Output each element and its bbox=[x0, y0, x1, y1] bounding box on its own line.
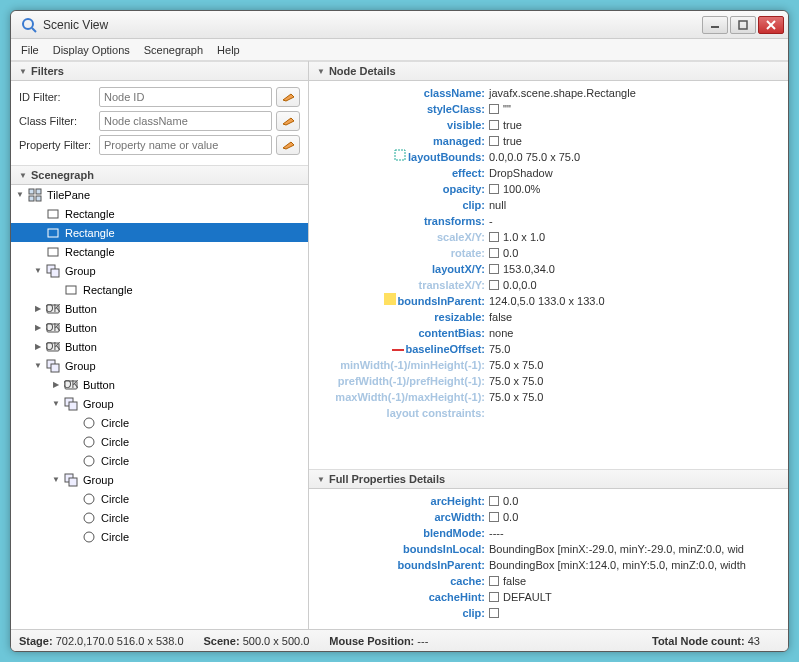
property-value bbox=[489, 608, 503, 618]
tree-node-circle[interactable]: Circle bbox=[11, 413, 308, 432]
menu-display-options[interactable]: Display Options bbox=[53, 44, 130, 56]
tree-node-label: Rectangle bbox=[83, 284, 133, 296]
tree-node-group[interactable]: ▼Group bbox=[11, 394, 308, 413]
property-row: scaleX/Y:1.0 x 1.0 bbox=[319, 229, 778, 245]
property-key: boundsInParent: bbox=[319, 557, 489, 573]
ok-icon: OK bbox=[46, 302, 60, 316]
mouse-label: Mouse Position: bbox=[329, 635, 414, 647]
disclosure-arrow-icon[interactable]: ▼ bbox=[51, 399, 61, 408]
property-filter-label: Property Filter: bbox=[19, 139, 99, 151]
disclosure-arrow-icon[interactable]: ▶ bbox=[33, 323, 43, 332]
scenegraph-header[interactable]: Scenegraph bbox=[11, 165, 308, 185]
tree-node-rectangle[interactable]: Rectangle bbox=[11, 204, 308, 223]
full-properties-panel: arcHeight:0.0arcWidth:0.0blendMode:----b… bbox=[309, 489, 788, 629]
tree-node-circle[interactable]: Circle bbox=[11, 508, 308, 527]
property-key: clip: bbox=[319, 197, 489, 213]
tree-node-circle[interactable]: Circle bbox=[11, 527, 308, 546]
css-swatch-icon bbox=[489, 104, 499, 114]
property-key: prefWidth(-1)/prefHeight(-1): bbox=[319, 373, 489, 389]
ok-icon: OK bbox=[46, 340, 60, 354]
minimize-button[interactable] bbox=[702, 16, 728, 34]
disclosure-arrow-icon[interactable]: ▼ bbox=[33, 266, 43, 275]
property-key: scaleX/Y: bbox=[319, 229, 489, 245]
property-key: rotate: bbox=[319, 245, 489, 261]
property-key: transforms: bbox=[319, 213, 489, 229]
tree-node-group[interactable]: ▼Group bbox=[11, 470, 308, 489]
tree-node-label: Button bbox=[65, 303, 97, 315]
property-row: maxWidth(-1)/maxHeight(-1):75.0 x 75.0 bbox=[319, 389, 778, 405]
id-filter-label: ID Filter: bbox=[19, 91, 99, 103]
menu-help[interactable]: Help bbox=[217, 44, 240, 56]
disclosure-arrow-icon[interactable]: ▼ bbox=[51, 475, 61, 484]
disclosure-arrow-icon[interactable]: ▼ bbox=[33, 361, 43, 370]
tree-node-button[interactable]: ▶OKButton bbox=[11, 375, 308, 394]
property-key: cacheHint: bbox=[319, 589, 489, 605]
tree-node-label: Circle bbox=[101, 417, 129, 429]
tree-node-tilepane[interactable]: ▼TilePane bbox=[11, 185, 308, 204]
property-filter-clear-button[interactable] bbox=[276, 135, 300, 155]
tile-icon bbox=[28, 188, 42, 202]
id-filter-clear-button[interactable] bbox=[276, 87, 300, 107]
css-swatch-icon bbox=[489, 512, 499, 522]
property-value: 75.0 x 75.0 bbox=[489, 373, 543, 389]
tree-node-button[interactable]: ▶OKButton bbox=[11, 337, 308, 356]
css-swatch-icon bbox=[489, 136, 499, 146]
filters-header[interactable]: Filters bbox=[11, 61, 308, 81]
full-properties-header[interactable]: Full Properties Details bbox=[309, 469, 788, 489]
red-line-icon bbox=[392, 347, 406, 353]
property-key: cache: bbox=[319, 573, 489, 589]
property-value: 0.0 bbox=[489, 245, 518, 261]
disclosure-arrow-icon[interactable]: ▶ bbox=[33, 342, 43, 351]
property-key: blendMode: bbox=[319, 525, 489, 541]
class-filter-clear-button[interactable] bbox=[276, 111, 300, 131]
ok-icon: OK bbox=[64, 378, 78, 392]
titlebar[interactable]: Scenic View bbox=[11, 11, 788, 39]
property-filter-input[interactable] bbox=[99, 135, 272, 155]
tree-node-circle[interactable]: Circle bbox=[11, 451, 308, 470]
disclosure-arrow-icon[interactable]: ▼ bbox=[15, 190, 25, 199]
property-value: BoundingBox [minX:-29.0, minY:-29.0, min… bbox=[489, 541, 744, 557]
property-row: boundsInParent:124.0,5.0 133.0 x 133.0 bbox=[319, 293, 778, 309]
stage-label: Stage: bbox=[19, 635, 53, 647]
property-row: layoutX/Y:153.0,34.0 bbox=[319, 261, 778, 277]
tree-node-rectangle[interactable]: Rectangle bbox=[11, 242, 308, 261]
tree-node-button[interactable]: ▶OKButton bbox=[11, 299, 308, 318]
svg-rect-37 bbox=[384, 293, 396, 305]
close-button[interactable] bbox=[758, 16, 784, 34]
tree-node-rectangle[interactable]: Rectangle bbox=[11, 223, 308, 242]
maximize-button[interactable] bbox=[730, 16, 756, 34]
svg-rect-11 bbox=[48, 229, 58, 237]
disclosure-arrow-icon[interactable]: ▶ bbox=[33, 304, 43, 313]
tree-node-rectangle[interactable]: Rectangle bbox=[11, 280, 308, 299]
property-row: clip:null bbox=[319, 197, 778, 213]
property-row: cache:false bbox=[319, 573, 778, 589]
property-value: 124.0,5.0 133.0 x 133.0 bbox=[489, 293, 605, 309]
node-details-header[interactable]: Node Details bbox=[309, 61, 788, 81]
tree-node-group[interactable]: ▼Group bbox=[11, 356, 308, 375]
css-swatch-icon bbox=[489, 496, 499, 506]
circle-icon bbox=[82, 511, 96, 525]
tree-node-circle[interactable]: Circle bbox=[11, 432, 308, 451]
tree-node-label: Circle bbox=[101, 455, 129, 467]
tree-node-circle[interactable]: Circle bbox=[11, 489, 308, 508]
disclosure-arrow-icon[interactable]: ▶ bbox=[51, 380, 61, 389]
scenegraph-tree[interactable]: ▼TilePaneRectangleRectangleRectangle▼Gro… bbox=[11, 185, 308, 629]
menu-file[interactable]: File bbox=[21, 44, 39, 56]
svg-rect-10 bbox=[48, 210, 58, 218]
tree-node-button[interactable]: ▶OKButton bbox=[11, 318, 308, 337]
property-key: className: bbox=[319, 85, 489, 101]
class-filter-input[interactable] bbox=[99, 111, 272, 131]
id-filter-input[interactable] bbox=[99, 87, 272, 107]
tree-node-group[interactable]: ▼Group bbox=[11, 261, 308, 280]
property-row: opacity:100.0% bbox=[319, 181, 778, 197]
menu-scenegraph[interactable]: Scenegraph bbox=[144, 44, 203, 56]
group-icon bbox=[46, 264, 60, 278]
svg-rect-9 bbox=[36, 196, 41, 201]
svg-rect-12 bbox=[48, 248, 58, 256]
css-swatch-icon bbox=[489, 608, 499, 618]
property-key: arcHeight: bbox=[319, 493, 489, 509]
tree-node-label: Rectangle bbox=[65, 208, 115, 220]
property-value: 0.0,0.0 bbox=[489, 277, 537, 293]
node-details-panel: className:javafx.scene.shape.Rectanglest… bbox=[309, 81, 788, 469]
svg-point-35 bbox=[84, 532, 94, 542]
